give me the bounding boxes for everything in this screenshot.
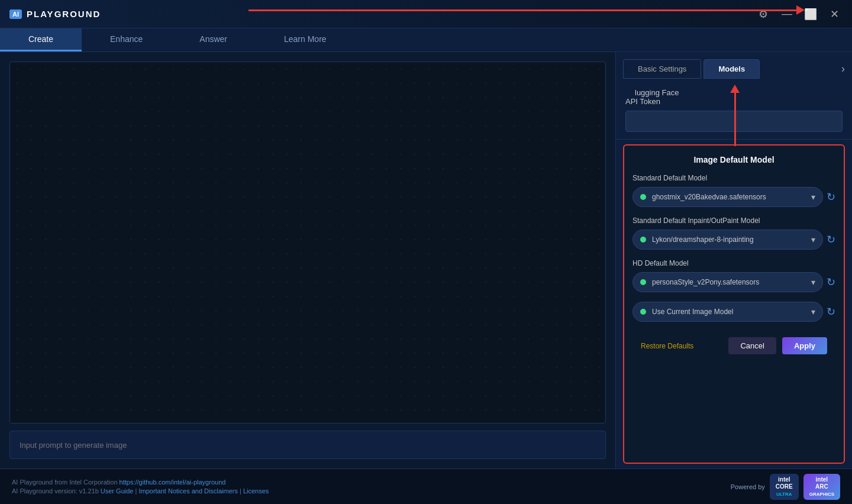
api-token-input[interactable] [625,111,843,132]
tab-learn-more[interactable]: Learn More [256,28,355,51]
settings-panel: Basic Settings Models › lugging Face API… [616,52,852,469]
page-footer: AI Playground from Intel Corporation htt… [0,469,852,504]
image-default-model-box: Image Default Model Standard Default Mod… [623,144,845,464]
canvas-box [9,62,606,424]
model-section-label-0: Standard Default Model [632,174,835,182]
status-dot-3 [640,309,646,315]
footer-right: Powered by intelCOREULTRA intelARCGRAPHI… [731,474,840,500]
chevron-down-icon-2: ▾ [811,277,815,287]
prompt-bar [9,431,606,459]
current-model-dropdown[interactable]: Use Current Image Model ▾ [632,302,823,322]
app-name: PLAYGROUND [27,9,101,19]
dropdown-text-1: Lykon/dreamshaper-8-inpainting [652,235,811,244]
model-dropdown-row-2: personaStyle_v2Pony.safetensors ▾ ↻ [632,272,835,292]
api-token-input-wrap [625,111,843,132]
licenses-link[interactable]: Licenses [243,487,269,495]
refresh-icon-0[interactable]: ↻ [827,190,835,203]
api-token-label: API Token [625,97,843,106]
refresh-icon-3[interactable]: ↻ [827,305,835,318]
right-panel: Basic Settings Models › lugging Face API… [615,52,852,469]
standard-default-dropdown[interactable]: ghostmix_v20Bakedvae.safetensors ▾ [632,187,823,207]
settings-button[interactable]: ⚙ [755,6,772,22]
refresh-icon-2[interactable]: ↻ [827,276,835,289]
panel-chevron-right[interactable]: › [841,63,845,75]
chevron-down-icon: ▾ [811,192,815,202]
dropdown-text-2: personaStyle_v2Pony.safetensors [652,278,811,286]
arrow-line [248,9,796,11]
model-box-title: Image Default Model [632,155,835,164]
status-dot-2 [640,279,646,285]
apply-button[interactable]: Apply [782,337,827,354]
chevron-down-icon-3: ▾ [811,307,815,316]
dropdown-text-0: ghostmix_v20Bakedvae.safetensors [652,193,811,201]
intel-core-badge: intelCOREULTRA [770,474,799,500]
model-dropdown-row-1: Lykon/dreamshaper-8-inpainting ▾ ↻ [632,230,835,250]
status-dot-1 [640,237,646,243]
tab-enhance[interactable]: Enhance [82,28,171,51]
model-section-label-1: Standard Default Inpaint/OutPaint Model [632,217,835,225]
model-dropdown-row-0: ghostmix_v20Bakedvae.safetensors ▾ ↻ [632,187,835,207]
app-logo: AI PLAYGROUND [9,9,101,19]
user-guide-link[interactable]: User Guide [101,487,134,495]
github-link[interactable]: https://github.com/intel/ai-playground [120,479,226,486]
window-controls: ⚙ — ⬜ ✕ [755,6,843,22]
chevron-down-icon-1: ▾ [811,235,815,244]
title-bar: AI PLAYGROUND ⚙ — ⬜ ✕ [0,0,852,28]
api-token-section: lugging Face API Token [616,79,852,140]
footer-line2: AI Playground version: v1.21b User Guide… [12,487,269,495]
model-section-label-2: HD Default Model [632,259,835,267]
dropdown-text-3: Use Current Image Model [652,308,811,316]
red-arrow-annotation [248,5,805,15]
tab-models[interactable]: Models [703,59,760,79]
notices-link[interactable]: Important Notices and Disclaimers [138,487,238,495]
settings-tabs-row: Basic Settings Models › [616,52,852,79]
hf-label: lugging Face [625,86,843,97]
close-button[interactable]: ✕ [826,6,843,22]
inpaint-default-dropdown[interactable]: Lykon/dreamshaper-8-inpainting ▾ [632,230,823,250]
prompt-input[interactable] [20,441,596,450]
cancel-button[interactable]: Cancel [728,337,776,354]
tab-create[interactable]: Create [0,28,82,51]
main-content: Basic Settings Models › lugging Face API… [0,52,852,469]
footer-line1: AI Playground from Intel Corporation htt… [12,479,269,486]
minimize-button[interactable]: — [779,6,795,22]
ai-badge: AI [9,9,22,19]
restore-defaults-button[interactable]: Restore Defaults [641,342,693,350]
intel-arc-badge: intelARCGRAPHICS [803,474,840,500]
tab-answer[interactable]: Answer [171,28,256,51]
refresh-icon-1[interactable]: ↻ [827,233,835,246]
hd-default-dropdown[interactable]: personaStyle_v2Pony.safetensors ▾ [632,272,823,292]
model-footer: Restore Defaults Cancel Apply [632,331,835,358]
canvas-area [0,52,615,469]
tab-bar: Create Enhance Answer Learn More [0,28,852,52]
model-dropdown-row-3: Use Current Image Model ▾ ↻ [632,302,835,322]
status-dot [640,194,646,200]
maximize-button[interactable]: ⬜ [802,6,819,22]
powered-by-text: Powered by [731,483,765,490]
tab-basic-settings[interactable]: Basic Settings [623,59,701,79]
footer-left: AI Playground from Intel Corporation htt… [12,479,269,495]
